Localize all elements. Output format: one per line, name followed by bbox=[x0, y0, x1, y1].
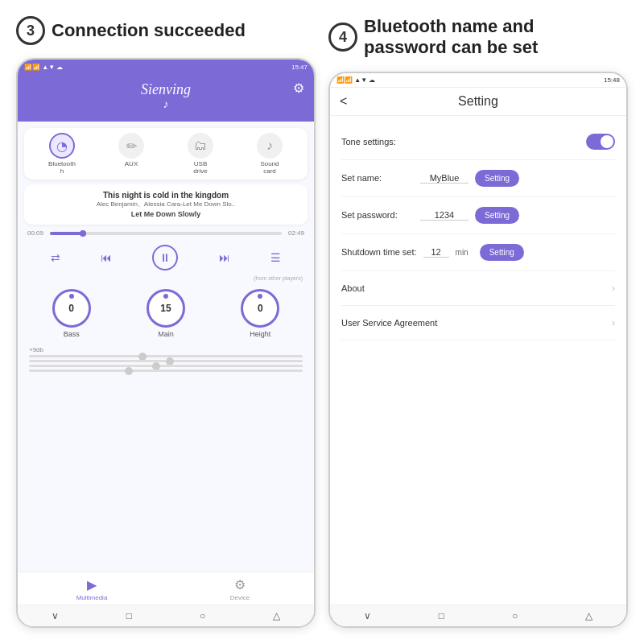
app-name: Sienving bbox=[141, 82, 191, 98]
usb-icon: 🗂 bbox=[188, 133, 213, 159]
right-nav-menu-btn[interactable]: △ bbox=[585, 610, 592, 621]
height-label: Height bbox=[250, 330, 270, 338]
back-arrow-button[interactable]: < bbox=[340, 94, 347, 109]
slider-thumb-2 bbox=[166, 357, 174, 365]
shutdown-time-button[interactable]: Setting bbox=[480, 244, 524, 261]
tab-sound-label: Soundcard bbox=[260, 160, 279, 175]
tab-usb-label: USBdrive bbox=[193, 160, 207, 175]
main-knob[interactable]: 15 bbox=[147, 289, 185, 328]
track-album: Let Me Down Slowly bbox=[32, 210, 299, 218]
next-button[interactable]: ⏭ bbox=[219, 251, 230, 264]
left-panel-heading: Connection succeeded bbox=[52, 20, 246, 41]
user-service-chevron-icon: › bbox=[612, 317, 615, 328]
nav-multimedia[interactable]: ▶ Multimedia bbox=[18, 577, 166, 601]
tab-bluetooth[interactable]: ◔ Bluetoothh bbox=[27, 133, 97, 175]
tab-sound[interactable]: ♪ Soundcard bbox=[235, 133, 304, 175]
phone-body: ◔ Bluetoothh ✏ AUX 🗂 USBdrive ♪ Soundcar… bbox=[18, 122, 314, 572]
settings-body: Tone settings: Set name: Setting Set pas… bbox=[330, 116, 626, 369]
app-subtitle: ♪ bbox=[141, 98, 191, 110]
tab-aux-label: AUX bbox=[125, 160, 138, 167]
set-password-row: Set password: Setting bbox=[341, 197, 615, 234]
slider-row-2 bbox=[29, 360, 303, 362]
tab-usb[interactable]: 🗂 USBdrive bbox=[166, 133, 235, 175]
step-3-circle: 3 bbox=[16, 16, 45, 45]
height-knob[interactable]: 0 bbox=[241, 289, 279, 328]
tab-aux[interactable]: ✏ AUX bbox=[97, 133, 166, 175]
nav-multimedia-label: Multimedia bbox=[76, 594, 108, 601]
from-other-label: (from other players) bbox=[24, 275, 308, 281]
user-service-row[interactable]: User Service Agreement › bbox=[341, 306, 615, 341]
nav-home-btn[interactable]: □ bbox=[126, 610, 132, 621]
nav-menu-btn[interactable]: △ bbox=[273, 610, 280, 621]
slider-thumb-1 bbox=[138, 353, 147, 361]
shuffle-button[interactable]: ⇄ bbox=[51, 251, 60, 264]
nav-device-label: Device bbox=[230, 594, 250, 601]
bluetooth-icon: ◔ bbox=[49, 133, 75, 159]
slider-row-3 bbox=[29, 365, 303, 367]
shutdown-time-row: Shutdown time set: min Setting bbox=[341, 234, 615, 271]
tab-bluetooth-label: Bluetoothh bbox=[48, 160, 76, 175]
right-nav-circle-btn[interactable]: ○ bbox=[512, 610, 518, 621]
set-password-button[interactable]: Setting bbox=[475, 207, 519, 224]
sound-icon: ♪ bbox=[257, 133, 283, 159]
right-status-left: 📶📶 ▲▼ ☁ bbox=[336, 76, 375, 84]
tone-settings-label: Tone settings: bbox=[341, 137, 414, 147]
eq-main: 15 Main bbox=[147, 289, 185, 338]
settings-gear-icon[interactable]: ⚙ bbox=[293, 80, 304, 96]
play-pause-button[interactable]: ⏸ bbox=[152, 245, 178, 270]
right-nav-home-btn[interactable]: □ bbox=[439, 610, 444, 621]
right-panel-title: 4 Bluetooth name and password can be set bbox=[328, 16, 628, 59]
progress-bar[interactable] bbox=[50, 232, 282, 235]
left-status-right: 15:47 bbox=[291, 64, 308, 71]
right-phone-mockup: 📶📶 ▲▼ ☁ 15:48 < Setting Tone settings: S… bbox=[328, 72, 628, 628]
bass-knob[interactable]: 0 bbox=[52, 289, 91, 328]
time-total: 02:49 bbox=[285, 229, 304, 237]
app-header: Sienving ♪ ⚙ bbox=[18, 74, 314, 122]
source-tabs: ◔ Bluetoothh ✏ AUX 🗂 USBdrive ♪ Soundcar… bbox=[24, 128, 308, 180]
nav-circle-btn[interactable]: ○ bbox=[200, 610, 205, 621]
right-status-right: 15:48 bbox=[604, 76, 620, 84]
about-row[interactable]: About › bbox=[341, 271, 615, 306]
step-4-circle: 4 bbox=[328, 23, 357, 52]
eq-bass: 0 Bass bbox=[52, 289, 91, 338]
set-password-input[interactable] bbox=[420, 210, 469, 221]
set-name-label: Set name: bbox=[341, 173, 414, 183]
prev-button[interactable]: ⏮ bbox=[101, 251, 112, 264]
progress-dot bbox=[80, 230, 86, 237]
set-name-button[interactable]: Setting bbox=[475, 170, 519, 187]
shutdown-min-label: min bbox=[456, 248, 469, 257]
track-title: This night is cold in the kingdom bbox=[32, 191, 299, 200]
slider-row-1 bbox=[29, 355, 303, 357]
right-nav-back-btn[interactable]: ∨ bbox=[364, 610, 371, 621]
track-info: This night is cold in the kingdom Alec B… bbox=[24, 184, 308, 225]
nav-back-btn[interactable]: ∨ bbox=[52, 610, 59, 621]
playlist-button[interactable]: ☰ bbox=[270, 251, 281, 264]
bass-label: Bass bbox=[64, 330, 80, 338]
left-phone-mockup: 📶📶 ▲▼ ☁ 15:47 Sienving ♪ ⚙ ◔ Bluetoothh bbox=[16, 58, 316, 628]
user-service-label: User Service Agreement bbox=[341, 318, 437, 328]
tone-settings-toggle[interactable] bbox=[586, 134, 615, 150]
about-chevron-icon: › bbox=[612, 283, 615, 294]
main-container: 3 Connection succeeded 📶📶 ▲▼ ☁ 15:47 Sie… bbox=[0, 0, 644, 644]
slider-thumb-4 bbox=[125, 367, 133, 375]
sliders-section: +9db bbox=[24, 346, 308, 374]
app-logo: Sienving ♪ bbox=[141, 82, 191, 110]
aux-icon: ✏ bbox=[118, 133, 144, 159]
left-status-left: 📶📶 ▲▼ ☁ bbox=[24, 64, 63, 71]
settings-header: < Setting bbox=[330, 88, 626, 116]
slider-4[interactable] bbox=[29, 369, 303, 372]
shutdown-time-input[interactable] bbox=[423, 247, 449, 258]
settings-spacer bbox=[330, 368, 626, 605]
time-current: 00:09 bbox=[27, 229, 47, 237]
slider-1[interactable] bbox=[29, 355, 303, 357]
nav-device[interactable]: ⚙ Device bbox=[166, 577, 314, 601]
eq-height: 0 Height bbox=[241, 289, 279, 338]
slider-3[interactable] bbox=[29, 365, 303, 367]
left-sys-nav: ∨ □ ○ △ bbox=[18, 605, 314, 626]
left-panel: 3 Connection succeeded 📶📶 ▲▼ ☁ 15:47 Sie… bbox=[16, 16, 316, 628]
right-panel-heading: Bluetooth name and password can be set bbox=[364, 16, 538, 59]
device-icon: ⚙ bbox=[234, 577, 246, 592]
set-name-input[interactable] bbox=[420, 173, 469, 184]
main-label: Main bbox=[158, 330, 174, 338]
slider-2[interactable] bbox=[29, 360, 303, 362]
